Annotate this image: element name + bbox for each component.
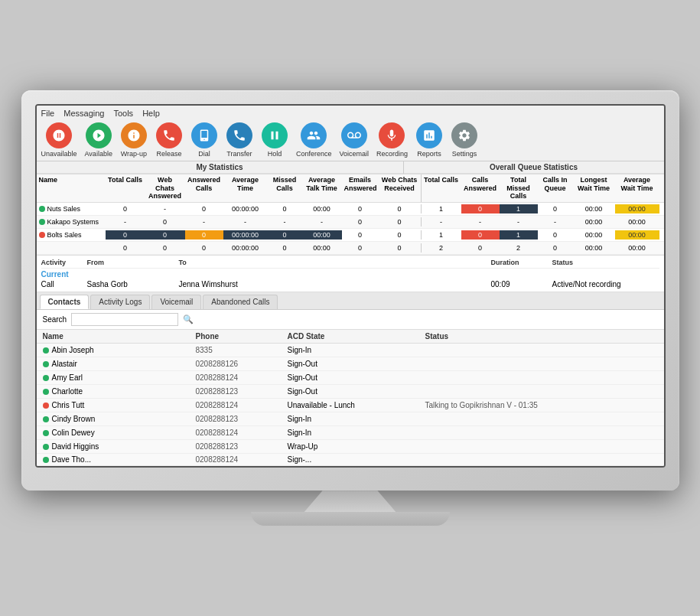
kakapo-name-text: Kakapo Systems xyxy=(47,218,99,226)
contact-row-5[interactable]: Cindy Brown 0208288123 Sign-In xyxy=(37,412,664,426)
bolts-status-dot xyxy=(39,232,45,238)
contact-name-text-0: Abin Joseph xyxy=(52,346,94,354)
contact-phone-6: 0208288124 xyxy=(196,429,288,437)
btn-wrapup[interactable]: Wrap-up xyxy=(120,122,148,158)
contact-row-7[interactable]: David Higgins 0208288123 Wrap-Up xyxy=(37,440,664,454)
wrapup-icon xyxy=(121,122,147,148)
bolts-missed: 0 xyxy=(268,230,302,240)
btn-dial[interactable]: Dial xyxy=(190,122,218,158)
contact-row-1[interactable]: Alastair 0208288126 Sign-Out xyxy=(37,357,664,371)
totals-avg-time: 00:00:00 xyxy=(223,243,268,253)
contact-acd-5: Sign-In xyxy=(288,415,425,423)
nuts-web-recv: 0 xyxy=(379,204,421,213)
col-q-longest: Longest Wait Time xyxy=(573,174,615,202)
nuts-answered: 0 xyxy=(185,204,223,213)
contact-row-6[interactable]: Colin Dewey 0208288124 Sign-In xyxy=(37,426,664,440)
btn-unavailable[interactable]: Unavailable xyxy=(41,122,77,158)
nuts-missed: 0 xyxy=(268,204,302,213)
activity-to: Jenna Wimshurst xyxy=(179,280,491,288)
nuts-sales-status-dot xyxy=(39,206,45,212)
search-input[interactable] xyxy=(71,313,178,326)
btn-transfer[interactable]: Transfer xyxy=(226,122,253,158)
bolts-name-text: Bolts Sales xyxy=(47,231,82,239)
menu-bar: File Messaging Tools Help xyxy=(41,109,659,118)
btn-voicemail[interactable]: Voicemail xyxy=(339,122,369,158)
activity-col-activity: Activity xyxy=(41,259,87,266)
menu-help[interactable]: Help xyxy=(142,109,160,118)
tab-activity-logs[interactable]: Activity Logs xyxy=(90,295,150,309)
contact-name-text-2: Amy Earl xyxy=(52,373,83,382)
contact-row-2[interactable]: Amy Earl 0208288124 Sign-Out xyxy=(37,371,664,385)
tab-voicemail[interactable]: Voicemail xyxy=(151,295,201,309)
contact-phone-7: 0208288123 xyxy=(196,442,288,451)
contact-row-8[interactable]: Dave Tho... 0208288124 Sign-... xyxy=(37,454,664,466)
stats-row-kakapo: Kakapo Systems - 0 - - - - 0 0 - - xyxy=(37,216,664,229)
voicemail-label: Voicemail xyxy=(339,150,369,158)
contact-name-2: Amy Earl xyxy=(43,373,196,382)
nuts-q-missed: 1 xyxy=(500,204,538,213)
contact-row-0[interactable]: Abin Joseph 8335 Sign-In xyxy=(37,344,664,357)
nuts-q-longest: 00:00 xyxy=(573,204,615,213)
contact-phone-2: 0208288124 xyxy=(196,373,288,382)
btn-hold[interactable]: Hold xyxy=(261,122,288,158)
totals-emails: 0 xyxy=(342,243,379,253)
toolbar: File Messaging Tools Help Unavailable xyxy=(37,106,664,161)
activity-col-status: Status xyxy=(552,259,659,266)
kakapo-status-dot xyxy=(39,219,45,225)
kakapo-q-queue: - xyxy=(538,217,573,227)
btn-recording[interactable]: Recording xyxy=(376,122,408,158)
col-q-avg: Average Wait Time xyxy=(615,174,659,202)
nuts-sales-name: Nuts Sales xyxy=(37,204,106,213)
contact-dot-6 xyxy=(43,430,49,436)
contact-name-text-4: Chris Tutt xyxy=(52,401,85,409)
tab-abandoned-calls[interactable]: Abandoned Calls xyxy=(203,295,278,309)
hold-icon xyxy=(262,122,288,148)
col-contact-phone: Phone xyxy=(196,332,288,341)
contact-phone-5: 0208288123 xyxy=(196,415,288,423)
bolts-emails: 0 xyxy=(342,230,379,240)
btn-release[interactable]: Release xyxy=(155,122,183,158)
nuts-sales-name-text: Nuts Sales xyxy=(47,205,81,213)
col-q-queue: Calls In Queue xyxy=(538,174,573,202)
kakapo-avg-talk: - xyxy=(302,217,342,227)
contact-row-4[interactable]: Chris Tutt 0208288124 Unavailable - Lunc… xyxy=(37,399,664,412)
kakapo-name: Kakapo Systems xyxy=(37,217,106,227)
btn-conference[interactable]: Conference xyxy=(296,122,332,158)
transfer-icon xyxy=(226,122,252,148)
btn-available[interactable]: Available xyxy=(85,122,112,158)
contact-phone-0: 8335 xyxy=(196,346,288,354)
queue-stats-title: Overall Queue Statistics xyxy=(404,161,664,174)
contact-acd-0: Sign-In xyxy=(288,346,425,354)
col-avg-time: Average Time xyxy=(223,174,268,202)
menu-messaging[interactable]: Messaging xyxy=(63,109,104,118)
contact-acd-4: Unavailable - Lunch xyxy=(288,401,425,409)
nuts-total: 0 xyxy=(106,204,145,213)
kakapo-web: 0 xyxy=(145,217,185,227)
btn-settings[interactable]: Settings xyxy=(451,122,478,158)
tab-contacts[interactable]: Contacts xyxy=(40,295,90,309)
totals-avg-talk: 00:00 xyxy=(302,243,342,253)
reports-label: Reports xyxy=(417,150,441,158)
menu-tools[interactable]: Tools xyxy=(113,109,133,118)
stats-area: My Statistics Overall Queue Statistics N… xyxy=(37,161,664,256)
activity-status: Active/Not recording xyxy=(552,280,659,288)
activity-headers: Activity From To Duration Status xyxy=(41,259,659,269)
contact-name-text-3: Charlotte xyxy=(52,387,83,396)
release-label: Release xyxy=(156,150,181,158)
toolbar-icons: Unavailable Available Wrap-up xyxy=(41,121,659,159)
col-web-chats: Web Chats Answered xyxy=(145,174,185,202)
contact-name-6: Colin Dewey xyxy=(43,429,196,437)
totals-web-recv: 0 xyxy=(379,243,421,253)
totals-missed: 0 xyxy=(268,243,302,253)
menu-file[interactable]: File xyxy=(41,109,55,118)
contact-name-4: Chris Tutt xyxy=(43,401,196,409)
kakapo-q-answered: - xyxy=(461,217,500,227)
col-contact-status: Status xyxy=(425,332,658,341)
btn-reports[interactable]: Reports xyxy=(415,122,443,158)
contact-row-3[interactable]: Charlotte 0208288123 Sign-Out xyxy=(37,385,664,399)
bolts-q-missed: 1 xyxy=(500,230,538,240)
dial-icon xyxy=(191,122,217,148)
totals-q-total: 2 xyxy=(422,243,461,253)
contact-name-5: Cindy Brown xyxy=(43,415,196,423)
contact-acd-6: Sign-In xyxy=(288,429,425,437)
